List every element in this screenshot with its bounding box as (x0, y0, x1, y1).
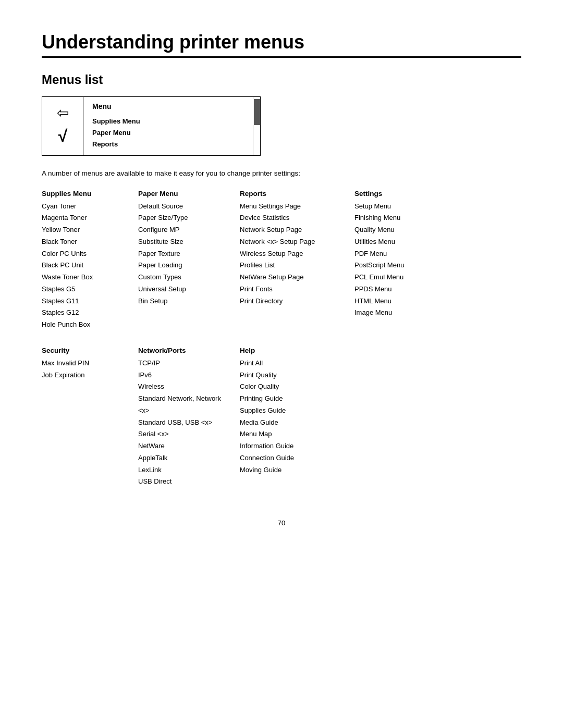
col-help-item-7: Menu Map (240, 428, 344, 440)
printer-diagram: ⇦ √ Menu Supplies Menu Paper Menu Report… (42, 96, 261, 156)
col-empty (354, 347, 451, 488)
col-reports-item-3: Network Setup Page (240, 224, 344, 236)
col-reports-item-2: Device Statistics (240, 212, 344, 224)
return-icon: ⇦ (57, 104, 69, 121)
scrollbar-thumb (254, 99, 260, 125)
col-supplies-item-3: Yellow Toner (42, 224, 128, 236)
col-settings-item-1: Setup Menu (354, 201, 440, 213)
col-reports: Reports Menu Settings Page Device Statis… (240, 190, 354, 331)
col-reports-item-5: Wireless Setup Page (240, 248, 344, 260)
col-supplies-item-2: Magenta Toner (42, 212, 128, 224)
col-help-item-6: Media Guide (240, 417, 344, 429)
col-paper-item-7: Custom Types (138, 272, 229, 283)
col-supplies-item-4: Black Toner (42, 236, 128, 248)
col-supplies-item-5: Color PC Units (42, 248, 128, 260)
col-help-item-9: Connection Guide (240, 452, 344, 464)
col-settings-item-10: Image Menu (354, 307, 440, 319)
diagram-icons: ⇦ √ (42, 97, 84, 155)
col-network-item-10: USB Direct (138, 476, 229, 488)
diagram-submenu-paper: Paper Menu (92, 129, 131, 137)
col-paper-item-8: Universal Setup (138, 283, 229, 295)
col-reports-item-7: NetWare Setup Page (240, 272, 344, 283)
col-settings-header: Settings (354, 190, 440, 198)
col-supplies-item-8: Staples G5 (42, 283, 128, 295)
col-paper: Paper Menu Default Source Paper Size/Typ… (138, 190, 240, 331)
col-settings-item-7: PCL Emul Menu (354, 272, 440, 283)
col-settings-item-5: PDF Menu (354, 248, 440, 260)
menu-grid-row1: Supplies Menu Cyan Toner Magenta Toner Y… (42, 190, 521, 331)
col-help-item-3: Color Quality (240, 381, 344, 393)
col-paper-item-5: Paper Texture (138, 248, 229, 260)
col-paper-item-2: Paper Size/Type (138, 212, 229, 224)
col-network-item-4: Standard Network, Network <x> (138, 393, 229, 417)
col-settings-item-3: Quality Menu (354, 224, 440, 236)
col-help-item-1: Print All (240, 357, 344, 369)
col-settings-item-6: PostScript Menu (354, 260, 440, 272)
col-paper-item-9: Bin Setup (138, 295, 229, 307)
col-security-header: Security (42, 347, 128, 354)
page-title: Understanding printer menus (42, 31, 521, 53)
col-security-item-1: Max Invalid PIN (42, 357, 128, 369)
col-paper-item-4: Substitute Size (138, 236, 229, 248)
col-network-item-1: TCP/IP (138, 357, 229, 369)
col-paper-header: Paper Menu (138, 190, 229, 198)
col-help-item-8: Information Guide (240, 440, 344, 452)
col-supplies-item-11: Hole Punch Box (42, 319, 128, 331)
col-supplies-item-10: Staples G12 (42, 307, 128, 319)
col-paper-item-1: Default Source (138, 201, 229, 213)
col-network: Network/Ports TCP/IP IPv6 Wireless Stand… (138, 347, 240, 488)
diagram-submenus: Supplies Menu Paper Menu Reports (92, 116, 244, 150)
col-settings-item-9: HTML Menu (354, 295, 440, 307)
check-icon: √ (58, 127, 68, 146)
col-network-item-9: LexLink (138, 464, 229, 476)
col-supplies: Supplies Menu Cyan Toner Magenta Toner Y… (42, 190, 138, 331)
col-reports-item-1: Menu Settings Page (240, 201, 344, 213)
diagram-content: Menu Supplies Menu Paper Menu Reports (84, 97, 253, 155)
col-settings-item-2: Finishing Menu (354, 212, 440, 224)
col-network-header: Network/Ports (138, 347, 229, 354)
col-settings-item-8: PPDS Menu (354, 283, 440, 295)
col-network-item-7: NetWare (138, 440, 229, 452)
col-paper-item-6: Paper Loading (138, 260, 229, 272)
menu-grid-row2: Security Max Invalid PIN Job Expiration … (42, 347, 521, 488)
col-supplies-item-6: Black PC Unit (42, 260, 128, 272)
page-number: 70 (42, 519, 521, 527)
diagram-submenu-reports: Reports (92, 140, 118, 148)
col-network-item-5: Standard USB, USB <x> (138, 417, 229, 429)
col-help: Help Print All Print Quality Color Quali… (240, 347, 354, 488)
diagram-scrollbar (253, 97, 260, 155)
col-reports-item-6: Profiles List (240, 260, 344, 272)
col-help-item-4: Printing Guide (240, 393, 344, 405)
col-reports-header: Reports (240, 190, 344, 198)
title-rule (42, 56, 521, 58)
col-network-item-3: Wireless (138, 381, 229, 393)
col-help-item-10: Moving Guide (240, 464, 344, 476)
col-settings: Settings Setup Menu Finishing Menu Quali… (354, 190, 451, 331)
intro-text: A number of menus are available to make … (42, 168, 521, 179)
col-reports-item-4: Network <x> Setup Page (240, 236, 344, 248)
col-security-item-2: Job Expiration (42, 369, 128, 381)
col-paper-item-3: Configure MP (138, 224, 229, 236)
col-help-item-2: Print Quality (240, 369, 344, 381)
col-network-item-6: Serial <x> (138, 428, 229, 440)
col-supplies-header: Supplies Menu (42, 190, 128, 198)
col-help-item-5: Supplies Guide (240, 405, 344, 417)
diagram-menu-label: Menu (92, 102, 244, 110)
col-help-header: Help (240, 347, 344, 354)
col-network-item-2: IPv6 (138, 369, 229, 381)
diagram-submenu-supplies: Supplies Menu (92, 117, 140, 125)
col-security: Security Max Invalid PIN Job Expiration (42, 347, 138, 488)
col-network-item-8: AppleTalk (138, 452, 229, 464)
section-heading: Menus list (42, 72, 521, 87)
col-reports-item-9: Print Directory (240, 295, 344, 307)
col-supplies-item-1: Cyan Toner (42, 201, 128, 213)
col-supplies-item-9: Staples G11 (42, 295, 128, 307)
col-supplies-item-7: Waste Toner Box (42, 272, 128, 283)
col-reports-item-8: Print Fonts (240, 283, 344, 295)
col-settings-item-4: Utilities Menu (354, 236, 440, 248)
